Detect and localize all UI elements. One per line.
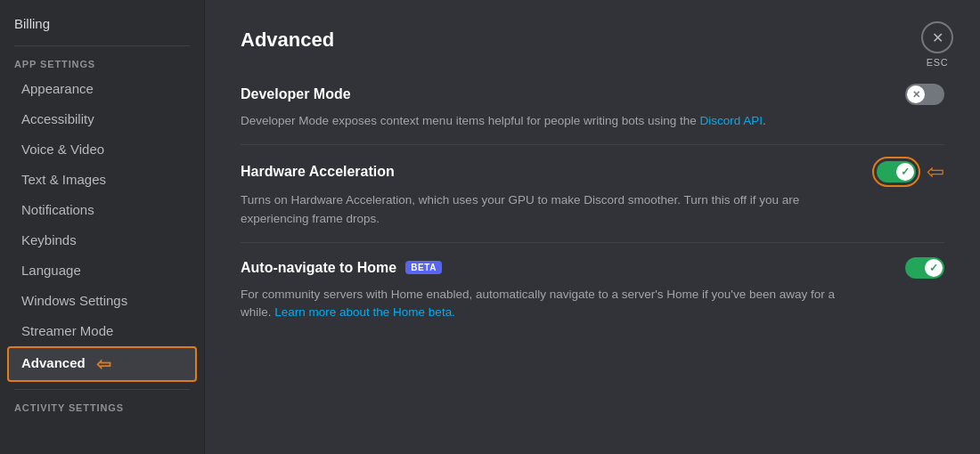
auto-navigate-home-toggle-knob: ✓	[925, 259, 943, 277]
main-content: Advanced ✕ ESC Developer Mode ✕ Develope…	[205, 0, 980, 454]
beta-badge: BETA	[405, 261, 442, 274]
sidebar-item-language[interactable]: Language	[7, 255, 197, 285]
setting-auto-navigate-home-header: Auto-navigate to Home BETA ✓	[241, 257, 944, 279]
hardware-acceleration-arrow-icon: ⇦	[927, 159, 944, 184]
toggle-check-icon: ✓	[901, 166, 910, 178]
hardware-acceleration-label: Hardware Acceleration	[241, 164, 395, 180]
sidebar-divider-app	[14, 45, 190, 46]
hardware-acceleration-toggle-wrapper: ✓ ⇦	[877, 159, 944, 184]
sidebar-item-advanced-label: Advanced	[21, 355, 86, 370]
auto-navigate-home-toggle[interactable]: ✓	[905, 257, 944, 279]
sidebar-item-streamer-mode[interactable]: Streamer Mode	[7, 316, 197, 345]
developer-mode-toggle[interactable]: ✕	[905, 84, 944, 105]
developer-mode-description: Developer Mode exposes context menu item…	[241, 112, 846, 130]
sidebar-item-accessibility[interactable]: Accessibility	[7, 104, 197, 134]
sidebar-item-appearance[interactable]: Appearance	[7, 74, 197, 103]
esc-button[interactable]: ✕ ESC	[921, 21, 953, 68]
sidebar-section-activity-settings: ACTIVITY SETTINGS	[0, 397, 204, 417]
hardware-acceleration-description: Turns on Hardware Acceleration, which us…	[241, 191, 846, 228]
esc-icon: ✕	[921, 21, 953, 53]
sidebar-arrow-icon: ⇦	[96, 353, 111, 375]
toggle-x-icon: ✕	[912, 89, 920, 101]
setting-developer-mode: Developer Mode ✕ Developer Mode exposes …	[241, 69, 944, 145]
setting-auto-navigate-home: Auto-navigate to Home BETA ✓ For communi…	[241, 243, 944, 336]
sidebar-item-notifications[interactable]: Notifications	[7, 195, 197, 224]
sidebar-item-voice-video[interactable]: Voice & Video	[7, 134, 197, 164]
toggle-check-icon-2: ✓	[929, 262, 938, 274]
sidebar-item-billing[interactable]: Billing	[0, 9, 204, 38]
sidebar-item-advanced[interactable]: Advanced ⇦	[7, 346, 197, 382]
setting-hardware-acceleration-header: Hardware Acceleration ✓ ⇦	[241, 159, 944, 184]
sidebar-section-app-settings: APP SETTINGS	[0, 53, 204, 73]
developer-mode-desc-after: .	[763, 114, 766, 127]
hardware-acceleration-toggle[interactable]: ✓	[877, 161, 916, 182]
sidebar-divider-activity	[14, 389, 190, 390]
sidebar-item-windows-settings[interactable]: Windows Settings	[7, 286, 197, 315]
hardware-acceleration-toggle-knob: ✓	[896, 163, 914, 181]
setting-hardware-acceleration: Hardware Acceleration ✓ ⇦ Turns on Hardw…	[241, 145, 944, 243]
auto-navigate-home-description: For community servers with Home enabled,…	[241, 286, 846, 322]
auto-navigate-home-text: Auto-navigate to Home	[241, 260, 396, 276]
sidebar-item-text-images[interactable]: Text & Images	[7, 165, 197, 194]
developer-mode-desc-before: Developer Mode exposes context menu item…	[241, 114, 700, 127]
auto-navigate-home-label: Auto-navigate to Home BETA	[241, 260, 442, 276]
esc-label: ESC	[927, 57, 948, 68]
developer-mode-toggle-wrapper: ✕	[905, 84, 944, 105]
sidebar-item-keybinds[interactable]: Keybinds	[7, 225, 197, 255]
page-title: Advanced	[241, 28, 944, 52]
home-beta-link[interactable]: Learn more about the Home beta.	[274, 305, 455, 319]
auto-navigate-home-toggle-wrapper: ✓	[905, 257, 944, 279]
developer-mode-toggle-knob: ✕	[907, 85, 925, 103]
setting-developer-mode-header: Developer Mode ✕	[241, 84, 944, 105]
sidebar: Billing APP SETTINGS Appearance Accessib…	[0, 0, 205, 454]
discord-api-link[interactable]: Discord API	[700, 114, 764, 127]
developer-mode-label: Developer Mode	[241, 86, 351, 102]
